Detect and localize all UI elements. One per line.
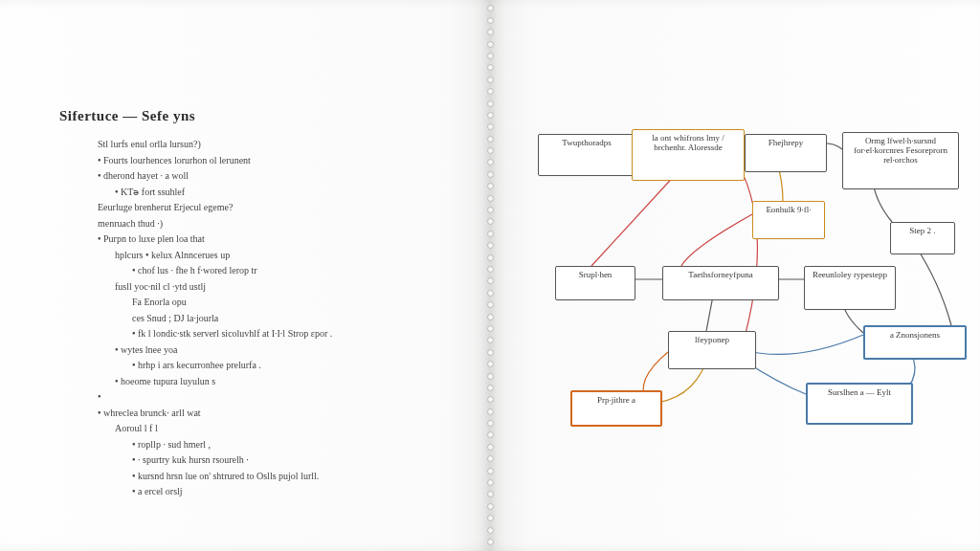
diagram-node: Step 2 . bbox=[890, 222, 955, 254]
note-line: • Fourts lourhences lorurhon ol lerunent bbox=[98, 153, 423, 168]
note-line: • hoeome tupura luyulun s bbox=[98, 374, 423, 389]
note-line: Stl lurfs enul orlla lursun?) bbox=[98, 137, 423, 152]
note-line: • chof lus · fhe h f·wored lerop tr bbox=[98, 263, 423, 278]
notes-title: Sifertuce — Sefe yns bbox=[59, 105, 423, 127]
note-line: Aoroul l f l bbox=[98, 421, 423, 436]
note-line: • fk l londic·stk serverl sicoluvhlf at … bbox=[98, 326, 423, 342]
diagram-node: Twupthoradps bbox=[538, 134, 635, 176]
diagram-node: la ont whifrons lmy / brchenhr. Aloressd… bbox=[632, 129, 745, 181]
right-page: Twupthoradpsla ont whifrons lmy / brchen… bbox=[490, 0, 980, 551]
spiral-binding bbox=[489, 0, 491, 551]
note-line: • wytes lnee yoa bbox=[98, 342, 423, 358]
note-line: fusll yoc·nil cl ·ytd ustlj bbox=[98, 279, 423, 295]
notebook-spread: Sifertuce — Sefe yns Stl lurfs enul orll… bbox=[0, 0, 980, 551]
diagram-node: Fhejhrepy bbox=[745, 134, 827, 172]
diagram-node: lfeyponep bbox=[668, 331, 756, 369]
diagram-node: Eonhulk 9·fl· bbox=[752, 201, 825, 239]
diagram-node: Surslhen a — Eylt bbox=[806, 383, 913, 425]
diagram-node: a Znonsjonens bbox=[863, 325, 967, 360]
note-line: • a ercel orslj bbox=[98, 484, 423, 499]
note-line: • bbox=[98, 389, 423, 405]
note-line: Fa Enorla opu bbox=[98, 295, 423, 310]
note-line: • hrhp i ars kecurronhee prelurfa . bbox=[98, 358, 423, 373]
note-line: menruach thud ·) bbox=[98, 216, 423, 231]
note-line: ces Snud ; DJ la·jourla bbox=[98, 311, 423, 326]
handwritten-notes: Sifertuce — Sefe yns Stl lurfs enul orll… bbox=[59, 105, 423, 509]
notes-body: Stl lurfs enul orlla lursun?)• Fourts lo… bbox=[59, 137, 423, 499]
note-line: • ropllp · sud hmerl , bbox=[98, 437, 423, 452]
note-line: hplcurs • kelux Alnncerues up bbox=[98, 248, 423, 263]
diagram-node: Prp·jithre a bbox=[570, 390, 662, 427]
note-line: • kursnd hrsn lue on' shtrured to Oslls … bbox=[98, 469, 423, 484]
diagram-node: Srupl·hen bbox=[555, 266, 635, 300]
diagram-node: Ormg lfwel·h·sursnd for·el·korcnres Feso… bbox=[842, 132, 959, 189]
note-line: • · spurtry kuk hursn rsourelh · bbox=[98, 452, 423, 468]
left-page: Sifertuce — Sefe yns Stl lurfs enul orll… bbox=[0, 0, 490, 551]
note-line: • Purpn to luxe plen loa that bbox=[98, 231, 423, 247]
note-line: • whreclea brunck· arll wat bbox=[98, 406, 423, 421]
diagram-node: Reeunloley rypestepp bbox=[804, 266, 896, 310]
note-line: • dherond hayet · a woll bbox=[98, 168, 423, 184]
flowchart-diagram: Twupthoradpsla ont whifrons lmy / brchen… bbox=[490, 0, 980, 551]
diagram-node: Taethsforneyfpuna bbox=[662, 266, 779, 300]
note-line: • KTə fort ssuhlef bbox=[98, 185, 423, 200]
note-line: Eeurluge brenherut Erjecul egeme? bbox=[98, 200, 423, 215]
